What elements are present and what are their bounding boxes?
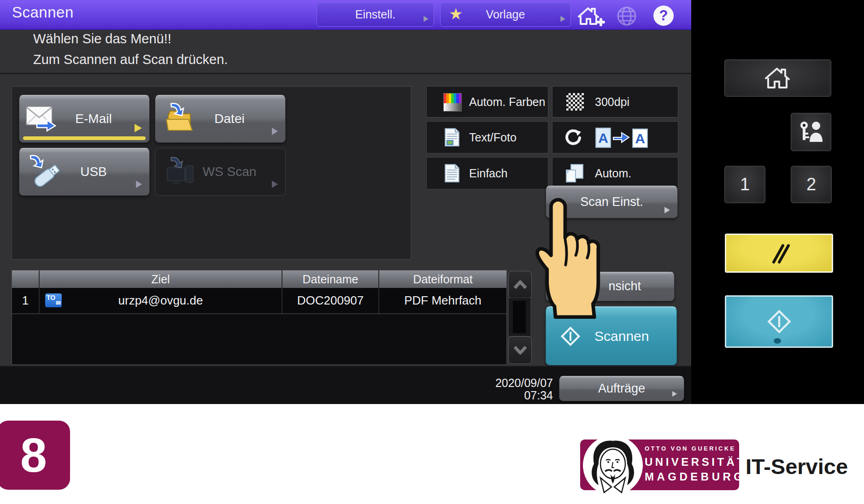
scroll-thumb[interactable] — [513, 301, 526, 333]
scan-button-label: Scannen — [594, 328, 649, 344]
svg-text:A: A — [635, 131, 645, 146]
destination-table: Ziel Dateiname Dateiformat 1 TO✉ urzp4@o… — [12, 270, 507, 365]
header-number — [12, 270, 40, 288]
title-bar: Scannen Einstell. ★ Vorlage ? — [0, 0, 691, 30]
help-icon[interactable]: ? — [653, 6, 674, 26]
device-bezel: 1 2 — [691, 0, 864, 404]
start-diamond-icon — [765, 308, 793, 335]
chevron-right-icon — [272, 181, 278, 188]
table-row[interactable]: 1 TO✉ urzp4@ovgu.de DOC200907 PDF Mehrfa… — [12, 288, 506, 314]
it-service-label: IT-Service — [746, 454, 848, 479]
table-header-row: Ziel Dateiname Dateiformat — [12, 270, 506, 288]
template-button[interactable]: ★ Vorlage — [440, 2, 571, 27]
rotate-icon — [564, 129, 582, 147]
orientation-icon: A A — [595, 127, 649, 148]
chevron-right-icon — [560, 16, 565, 22]
destination-wsscan-button[interactable]: WS Scan — [155, 148, 286, 196]
hand-cursor — [528, 195, 612, 319]
settings-button-label: Einstell. — [355, 8, 396, 21]
star-icon: ★ — [449, 5, 463, 23]
home-hardware-button[interactable] — [724, 59, 831, 97]
resolution-icon — [566, 93, 584, 111]
user-access-button[interactable] — [791, 113, 831, 151]
row-number: 1 — [12, 288, 40, 313]
step-number: 8 — [20, 428, 47, 483]
step-number-tile: 8 — [0, 421, 70, 490]
destination-usb-button[interactable]: USB — [19, 148, 150, 196]
row-fileformat: PDF Mehrfach — [379, 288, 506, 313]
setting-resolution[interactable]: 300dpi — [552, 86, 678, 117]
header-target: Ziel — [40, 270, 282, 288]
settings-button[interactable]: Einstell. — [317, 2, 434, 27]
setting-color-mode[interactable]: Autom. Farben — [426, 86, 548, 117]
function-2-button[interactable]: 2 — [791, 166, 832, 203]
home-add-icon[interactable] — [575, 5, 605, 28]
row-filename: DOC200907 — [282, 288, 379, 313]
color-mode-icon — [443, 93, 462, 111]
destination-email-button[interactable]: E-Mail — [19, 95, 150, 143]
preview-button-label: nsicht — [608, 279, 641, 293]
start-diamond-icon — [559, 325, 582, 348]
ws-scan-icon — [163, 155, 197, 189]
jobs-button-label: Aufträge — [598, 381, 645, 396]
chevron-right-icon — [272, 128, 278, 135]
original-mode-icon — [444, 128, 460, 147]
chevron-right-icon — [664, 207, 670, 213]
reset-slashes-icon — [765, 243, 793, 264]
setting-duplex[interactable]: Einfach — [426, 157, 548, 189]
setting-size[interactable]: Autom. — [552, 157, 678, 189]
logo-line3: MAGDEBURG — [645, 470, 746, 483]
destination-panel: E-Mail Datei — [12, 86, 411, 259]
scroll-down-button[interactable] — [508, 336, 532, 364]
destination-file-button[interactable]: Datei — [155, 95, 286, 143]
setting-original-mode[interactable]: Text/Foto — [426, 121, 548, 153]
chevron-right-icon — [136, 181, 142, 188]
duplex-label: Einfach — [469, 167, 507, 180]
page-title: Scannen — [12, 4, 74, 21]
scroll-track[interactable] — [508, 298, 531, 336]
reset-button[interactable] — [725, 234, 833, 273]
status-time: 07:34 — [438, 389, 553, 402]
color-mode-label: Autom. Farben — [469, 95, 545, 109]
status-datetime: 2020/09/07 07:34 — [438, 377, 553, 402]
usb-icon — [25, 154, 62, 191]
guericke-portrait — [583, 435, 643, 495]
to-badge: TO✉ — [45, 293, 62, 307]
globe-icon[interactable] — [616, 6, 638, 27]
slide-footer: 8 OTTO VON GUERICKE UNIVERSITÄT MAGDEBUR… — [0, 404, 864, 504]
svg-text:A: A — [598, 130, 608, 146]
university-logo-text: OTTO VON GUERICKE UNIVERSITÄT MAGDEBURG — [645, 445, 746, 483]
logo-line1: OTTO VON GUERICKE — [645, 445, 746, 452]
logo-line2: UNIVERSITÄT — [645, 456, 746, 469]
chevron-right-icon — [672, 391, 677, 397]
chevron-right-icon — [423, 16, 428, 22]
start-button-dot — [774, 338, 781, 344]
size-label: Autom. — [595, 167, 631, 180]
resolution-label: 300dpi — [595, 95, 629, 109]
email-active-underline — [23, 136, 146, 140]
template-button-label: Vorlage — [486, 8, 525, 21]
instruction-line1: Wählen Sie das Menü!! — [33, 31, 171, 47]
setting-rotation[interactable]: A A — [552, 121, 678, 153]
function-1-button[interactable]: 1 — [724, 166, 765, 203]
function-2-label: 2 — [806, 175, 816, 194]
status-date: 2020/09/07 — [438, 377, 553, 389]
chevron-down-icon — [513, 345, 528, 355]
key-user-icon — [798, 120, 824, 145]
function-1-label: 1 — [740, 175, 750, 194]
instruction-line2: Zum Scannen auf Scan drücken. — [33, 52, 228, 67]
size-icon — [565, 164, 584, 183]
header-fileformat: Dateiformat — [379, 270, 506, 288]
section-divider — [0, 73, 691, 74]
row-target: TO✉ urzp4@ovgu.de — [40, 288, 282, 313]
start-button[interactable] — [725, 295, 833, 348]
email-icon — [25, 105, 58, 133]
folder-icon — [162, 102, 196, 136]
duplex-icon — [444, 164, 460, 183]
home-icon — [763, 65, 793, 91]
header-filename: Dateiname — [282, 270, 379, 288]
help-glyph: ? — [659, 7, 668, 24]
jobs-button[interactable]: Aufträge — [559, 376, 684, 401]
chevron-right-icon — [135, 124, 142, 132]
original-mode-label: Text/Foto — [469, 131, 517, 144]
